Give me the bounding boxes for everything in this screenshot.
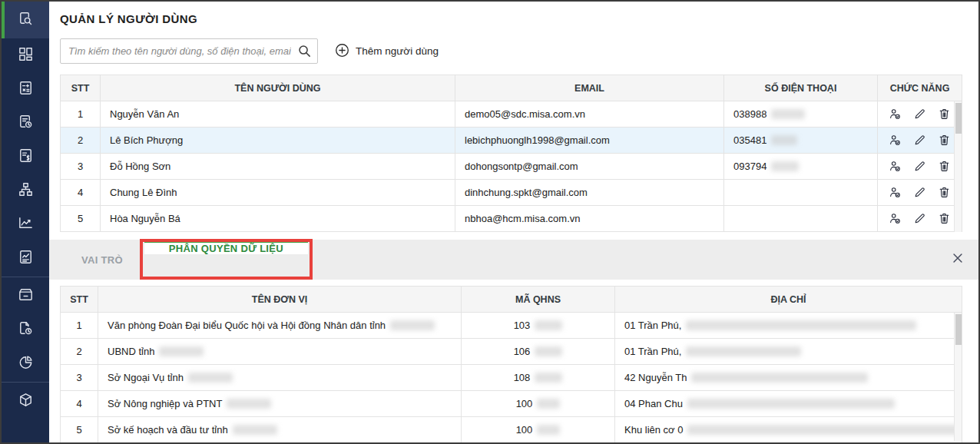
assign-role-icon[interactable] xyxy=(889,108,902,121)
cell-stt: 1 xyxy=(61,101,101,128)
users-table-container: STT TÊN NGƯỜI DÙNG EMAIL SỐ ĐIỆN THOẠI C… xyxy=(60,75,962,232)
unit-row[interactable]: 5Sở kế hoạch và đầu tư tỉnh100Khu liên c… xyxy=(61,417,962,443)
cell-address: 01 Trần Phú, xyxy=(615,339,962,365)
dashboard-icon xyxy=(17,45,35,66)
plus-circle-icon xyxy=(335,43,349,60)
sidebar-item-invoice-clock[interactable] xyxy=(2,106,49,140)
redacted-text xyxy=(771,161,799,171)
cell-unit-name: UBND tỉnh xyxy=(98,339,462,365)
unit-row[interactable]: 3Sở Ngoại Vụ tỉnh10842 Nguyễn Th xyxy=(61,365,962,391)
delete-icon[interactable] xyxy=(938,160,951,173)
redacted-text xyxy=(687,425,962,435)
cell-actions xyxy=(878,101,962,128)
edit-icon[interactable] xyxy=(913,108,926,121)
sidebar-item-calculator[interactable] xyxy=(2,72,49,106)
sidebar-item-pie-chart[interactable] xyxy=(2,346,49,380)
tab-phan-quyen-du-lieu[interactable]: PHÂN QUYỀN DỮ LIỆU xyxy=(144,240,308,254)
units-table-body: 1Văn phòng Đoàn Đại biểu Quốc hội và Hội… xyxy=(61,313,962,443)
app-window: QUẢN LÝ NGƯỜI DÙNG Thêm người dùng STT xyxy=(0,0,980,444)
units-scrollbar-thumb[interactable] xyxy=(955,314,962,345)
cell-actions xyxy=(878,206,962,232)
cell-address: 04 Phan Chu xyxy=(615,391,962,417)
redacted-text xyxy=(686,346,801,356)
cell-stt: 5 xyxy=(61,206,101,232)
cell-qhns-code: 106 xyxy=(462,339,615,365)
redacted-text xyxy=(687,399,895,409)
edit-icon[interactable] xyxy=(913,134,926,147)
edit-icon[interactable] xyxy=(913,212,926,225)
sidebar-item-file-clock[interactable] xyxy=(2,313,49,346)
delete-icon[interactable] xyxy=(938,108,951,121)
users-table-body: 1Nguyễn Văn Andemo05@sdc.misa.com.vn0389… xyxy=(61,101,962,232)
units-scrollbar[interactable] xyxy=(954,313,962,441)
sidebar-item-report-document[interactable] xyxy=(2,241,49,275)
delete-icon[interactable] xyxy=(938,134,951,147)
delete-icon[interactable] xyxy=(938,212,951,225)
user-row[interactable]: 3Đỗ Hồng Sơndohongsontp@gmail.com093794 xyxy=(61,154,962,180)
user-row[interactable]: 5Hòa Nguyễn Bánbhoa@hcm.misa.com.vn xyxy=(61,206,962,232)
unit-row[interactable]: 2UBND tỉnh10601 Trần Phú, xyxy=(61,339,962,365)
units-table-header: STT TÊN ĐƠN VỊ MÃ QHNS ĐỊA CHỈ xyxy=(61,287,962,313)
edit-icon[interactable] xyxy=(913,186,926,199)
user-row[interactable]: 2Lê Bích Phượnglebichphuonglh1998@gmail.… xyxy=(61,128,962,154)
redacted-text xyxy=(233,425,277,435)
sidebar-item-org-chart[interactable] xyxy=(2,174,49,207)
redacted-text xyxy=(535,320,562,330)
tab-vai-tro[interactable]: VAI TRÒ xyxy=(60,240,144,280)
redacted-text xyxy=(159,346,204,356)
user-row[interactable]: 1Nguyễn Văn Andemo05@sdc.misa.com.vn0389… xyxy=(61,101,962,128)
cell-username: Hòa Nguyễn Bá xyxy=(101,206,455,232)
assign-role-icon[interactable] xyxy=(889,212,902,225)
cell-email: nbhoa@hcm.misa.com.vn xyxy=(455,206,724,232)
user-row[interactable]: 4Chung Lê Đìnhdinhchung.spkt@gmail.com xyxy=(61,180,962,206)
document-search-icon xyxy=(17,10,35,31)
main-content: QUẢN LÝ NGƯỜI DÙNG Thêm người dùng STT xyxy=(49,2,978,442)
sidebar xyxy=(2,2,49,442)
col-stt: STT xyxy=(61,287,98,313)
search-input[interactable] xyxy=(60,38,318,64)
redacted-text xyxy=(535,373,562,383)
cell-email: dinhchung.spkt@gmail.com xyxy=(455,180,724,206)
cell-address: 42 Nguyễn Th xyxy=(615,365,962,391)
close-icon[interactable] xyxy=(951,251,965,268)
sidebar-item-archive[interactable] xyxy=(2,279,49,313)
sidebar-item-dashboard[interactable] xyxy=(2,38,49,72)
calculator-icon xyxy=(17,79,35,100)
page-title: QUẢN LÝ NGƯỜI DÙNG xyxy=(60,12,978,25)
sidebar-item-line-chart[interactable] xyxy=(2,207,49,241)
redacted-text xyxy=(686,320,916,330)
search-icon[interactable] xyxy=(297,44,312,61)
sidebar-item-invoice-money[interactable] xyxy=(2,140,49,174)
col-qhns-code: MÃ QHNS xyxy=(462,287,615,313)
cell-actions xyxy=(878,154,962,180)
redacted-text xyxy=(771,135,797,145)
tab-active-wrap: PHÂN QUYỀN DỮ LIỆU xyxy=(144,240,308,280)
edit-icon[interactable] xyxy=(913,160,926,173)
cell-phone xyxy=(724,206,878,232)
users-scrollbar-thumb[interactable] xyxy=(955,103,962,134)
sidebar-item-user-search[interactable] xyxy=(2,2,49,38)
assign-role-icon[interactable] xyxy=(889,160,902,173)
cell-address: Khu liên cơ 0 xyxy=(615,417,962,443)
redacted-text xyxy=(390,320,435,330)
cell-unit-name: Sở Ngoại Vụ tỉnh xyxy=(98,365,462,391)
delete-icon[interactable] xyxy=(938,186,951,199)
unit-row[interactable]: 1Văn phòng Đoàn Đại biểu Quốc hội và Hội… xyxy=(61,313,962,339)
add-user-button[interactable]: Thêm người dùng xyxy=(335,43,439,60)
cell-qhns-code: 103 xyxy=(462,313,615,339)
cell-phone: 093794 xyxy=(724,154,878,180)
cell-stt: 4 xyxy=(61,391,98,417)
cell-actions xyxy=(878,128,962,154)
users-table: STT TÊN NGƯỜI DÙNG EMAIL SỐ ĐIỆN THOẠI C… xyxy=(60,75,962,232)
file-clock-icon xyxy=(17,320,35,340)
cell-qhns-code: 108 xyxy=(462,365,615,391)
sidebar-item-cube[interactable] xyxy=(2,384,49,418)
invoice-money-icon xyxy=(17,147,35,167)
assign-role-icon[interactable] xyxy=(889,186,902,199)
users-scrollbar[interactable] xyxy=(954,101,962,232)
cell-username: Nguyễn Văn An xyxy=(101,101,455,128)
col-stt: STT xyxy=(61,75,101,101)
assign-role-icon[interactable] xyxy=(889,134,902,147)
unit-row[interactable]: 4Sở Nông nghiệp và PTNT10004 Phan Chu xyxy=(61,391,962,417)
cell-email: dohongsontp@gmail.com xyxy=(455,154,724,180)
